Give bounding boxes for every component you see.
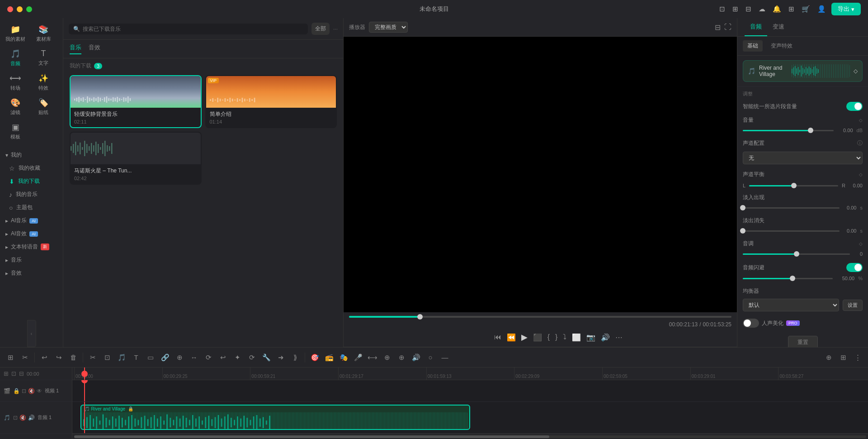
- mark-in-icon[interactable]: {: [547, 333, 550, 341]
- stop-button[interactable]: ⬛: [533, 333, 542, 342]
- select-tool[interactable]: ⊞: [4, 351, 17, 364]
- pitch-slider[interactable]: [743, 253, 850, 255]
- more-options-icon[interactable]: ···: [333, 26, 338, 32]
- smart-vol-toggle[interactable]: [846, 102, 863, 111]
- audio-lock-icon[interactable]: ⊡: [13, 415, 18, 421]
- vocal-toggle[interactable]: [743, 319, 759, 328]
- apps-icon[interactable]: ⊞: [788, 5, 794, 13]
- tab-music[interactable]: 音乐: [70, 43, 81, 54]
- play-button[interactable]: ▶: [521, 332, 528, 342]
- export-button[interactable]: 导出 ▾: [831, 3, 861, 15]
- mask-btn[interactable]: 🎭: [337, 351, 350, 364]
- layout-icon[interactable]: ⊞: [732, 5, 738, 13]
- link-btn[interactable]: 🔗: [158, 351, 172, 364]
- more-btn1[interactable]: ⟫: [288, 351, 302, 364]
- tab-template[interactable]: ▣ 模板: [2, 119, 29, 143]
- more-options-btn[interactable]: ⋮: [851, 351, 864, 364]
- settings-btn[interactable]: 🔧: [259, 351, 273, 364]
- audio-clip[interactable]: 🎵 River and Village 🔒: [80, 405, 470, 430]
- filter-button[interactable]: 全部: [311, 23, 330, 35]
- nav-ai-music[interactable]: ▸ AI音乐 AI: [0, 214, 63, 227]
- copy-btn[interactable]: ⊡: [100, 351, 114, 364]
- audio-icon-ctrl[interactable]: 🔊: [601, 333, 610, 342]
- undo-btn[interactable]: ↩: [38, 351, 51, 364]
- volume-slider[interactable]: [743, 130, 834, 131]
- media-card-3[interactable]: 马诺斯火星 – The Tun... 02:42: [70, 132, 202, 185]
- grid-preview-icon[interactable]: ⊟: [715, 23, 721, 32]
- video-copy-icon[interactable]: ⊡: [22, 388, 26, 394]
- pitch-thumb[interactable]: [794, 251, 799, 257]
- overlay-icon[interactable]: ⬜: [572, 333, 581, 342]
- add3-btn[interactable]: ⊕: [395, 351, 408, 364]
- add-track-btn[interactable]: ⊕: [822, 351, 835, 364]
- search-input[interactable]: [83, 26, 303, 32]
- redo-btn[interactable]: ↪: [52, 351, 66, 364]
- frame-back-icon[interactable]: ⏪: [507, 333, 516, 342]
- noise-slider[interactable]: [743, 278, 833, 279]
- video-eye-icon[interactable]: 👁: [37, 388, 42, 394]
- tab-speed[interactable]: 变速: [767, 18, 790, 36]
- split-tool[interactable]: ✂: [18, 351, 32, 364]
- fadeout-slider[interactable]: [743, 230, 840, 232]
- dash-btn[interactable]: —: [438, 351, 452, 364]
- nav-favorites[interactable]: ☆ 我的收藏: [0, 162, 63, 175]
- cut-btn[interactable]: ✂: [86, 351, 99, 364]
- radio-btn[interactable]: 📻: [322, 351, 336, 364]
- nav-ai-effects[interactable]: ▸ AI音效 AI: [0, 227, 63, 240]
- grid-icon[interactable]: ⊟: [745, 5, 751, 13]
- more-ctrl-icon[interactable]: ⋯: [615, 333, 623, 342]
- mark-out-icon[interactable]: }: [555, 333, 557, 341]
- sub-tab-basic[interactable]: 基础: [743, 40, 763, 52]
- monitor-icon[interactable]: ⊡: [719, 5, 725, 13]
- layout-btn[interactable]: ⊞: [836, 351, 850, 364]
- delete-btn[interactable]: 🗑: [66, 351, 80, 364]
- arrow-btn[interactable]: ➜: [274, 351, 288, 364]
- nav-my-section[interactable]: ▾ 我的: [0, 148, 63, 162]
- cloud-icon[interactable]: ☁: [759, 5, 765, 13]
- sub-tab-voice-effects[interactable]: 变声特效: [766, 40, 797, 52]
- noise-toggle[interactable]: [846, 263, 863, 272]
- scrollbar-track[interactable]: [74, 435, 866, 438]
- balance-thumb[interactable]: [791, 183, 797, 188]
- bell-icon[interactable]: 🔔: [773, 5, 781, 13]
- audio-btn[interactable]: 🎵: [115, 351, 128, 364]
- close-btn[interactable]: [7, 6, 13, 12]
- noise-thumb[interactable]: [790, 276, 795, 281]
- fit-btn[interactable]: ↔: [187, 351, 201, 364]
- video-lock-icon[interactable]: 🔒: [13, 388, 20, 394]
- nav-tts[interactable]: ▸ 文本转语音 新: [0, 240, 63, 253]
- swap-btn[interactable]: ⟷: [366, 351, 379, 364]
- nav-theme[interactable]: ○ 主题包: [0, 201, 63, 214]
- nav-music[interactable]: ▸ 音乐: [0, 253, 63, 267]
- cart-icon[interactable]: 🛒: [802, 5, 810, 13]
- text-btn[interactable]: T: [129, 351, 143, 364]
- tc-icon1[interactable]: ⊞: [4, 370, 9, 377]
- tab-sticker[interactable]: 🏷️ 贴纸: [30, 95, 57, 119]
- balance-slider[interactable]: [749, 185, 838, 186]
- prev-btn[interactable]: ↩: [216, 351, 230, 364]
- tc-icon2[interactable]: ⊡: [11, 370, 16, 377]
- tab-library[interactable]: 📚 素材库: [30, 22, 57, 45]
- scrollbar-thumb[interactable]: [74, 435, 549, 438]
- minimize-btn[interactable]: [17, 6, 23, 12]
- volume-thumb[interactable]: [808, 128, 813, 133]
- tab-effects[interactable]: ✨ 特效: [30, 71, 57, 94]
- nav-my-music[interactable]: ♪ 我的音乐: [0, 188, 63, 201]
- star-btn[interactable]: ✦: [231, 351, 244, 364]
- skip-back-icon[interactable]: ⏮: [494, 333, 501, 341]
- progress-track[interactable]: [349, 316, 731, 318]
- refresh-btn[interactable]: ⟳: [245, 351, 259, 364]
- nav-downloads[interactable]: ⬇ 我的下载: [0, 175, 63, 188]
- quality-select[interactable]: 完整画质: [369, 22, 408, 33]
- eq-settings-button[interactable]: 设置: [843, 300, 863, 311]
- collapse-panel-button[interactable]: ‹: [27, 320, 36, 347]
- video-mute-icon[interactable]: 🔇: [28, 388, 35, 394]
- tab-audio-settings[interactable]: 音频: [745, 18, 767, 36]
- audio-vol-icon[interactable]: 🔊: [28, 415, 35, 421]
- maximize-btn[interactable]: [26, 6, 32, 12]
- insert-icon[interactable]: ⤵: [563, 333, 566, 341]
- media-card-1[interactable]: 轻缓安静背景音乐 02:11: [70, 75, 202, 128]
- rotate-btn[interactable]: ⟳: [202, 351, 215, 364]
- tab-my-material[interactable]: 📁 我的素材: [2, 22, 29, 45]
- add2-btn[interactable]: ⊕: [380, 351, 394, 364]
